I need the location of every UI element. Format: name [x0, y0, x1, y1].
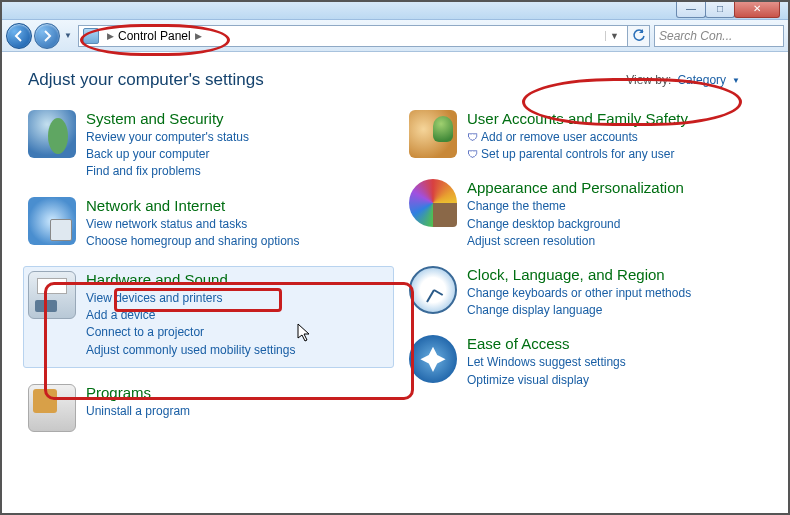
category-appearance: Appearance and PersonalizationChange the… [409, 179, 770, 250]
search-placeholder: Search Con... [659, 29, 732, 43]
task-link[interactable]: Connect to a projector [86, 324, 389, 340]
user-accounts-icon[interactable] [409, 110, 457, 158]
category-title-appearance[interactable]: Appearance and Personalization [467, 179, 684, 196]
task-link[interactable]: Adjust screen resolution [467, 233, 770, 249]
navigation-bar: ▼ ▶ Control Panel ▶ ▼ Search Con... [2, 20, 788, 52]
category-system-security: System and SecurityReview your computer'… [28, 110, 389, 181]
address-bar[interactable]: ▶ Control Panel ▶ ▼ [78, 25, 628, 47]
category-programs: ProgramsUninstall a program [28, 384, 389, 432]
system-security-icon[interactable] [28, 110, 76, 158]
task-link[interactable]: View devices and printers [86, 290, 389, 306]
breadcrumb-item[interactable]: Control Panel [118, 29, 191, 43]
maximize-button[interactable]: □ [705, 0, 735, 18]
task-link[interactable]: Let Windows suggest settings [467, 354, 770, 370]
category-network-internet: Network and InternetView network status … [28, 197, 389, 250]
category-title-ease-of-access[interactable]: Ease of Access [467, 335, 570, 352]
task-link[interactable]: Optimize visual display [467, 372, 770, 388]
category-title-programs[interactable]: Programs [86, 384, 151, 401]
category-title-clock-language-region[interactable]: Clock, Language, and Region [467, 266, 665, 283]
hardware-sound-icon[interactable] [28, 271, 76, 319]
view-by-label: View by: [626, 73, 671, 87]
task-link[interactable]: Set up parental controls for any user [467, 146, 770, 162]
forward-button[interactable] [34, 23, 60, 49]
task-link[interactable]: Change the theme [467, 198, 770, 214]
task-link[interactable]: View network status and tasks [86, 216, 389, 232]
task-link[interactable]: Add or remove user accounts [467, 129, 770, 145]
ease-of-access-icon[interactable] [409, 335, 457, 383]
task-link[interactable]: Adjust commonly used mobility settings [86, 342, 389, 358]
refresh-button[interactable] [628, 25, 650, 47]
category-title-user-accounts[interactable]: User Accounts and Family Safety [467, 110, 688, 127]
task-link[interactable]: Change desktop background [467, 216, 770, 232]
minimize-button[interactable]: — [676, 0, 706, 18]
category-clock-language-region: Clock, Language, and RegionChange keyboa… [409, 266, 770, 319]
task-link[interactable]: Add a device [86, 307, 389, 323]
breadcrumb-sep: ▶ [107, 31, 114, 41]
titlebar: — □ ✕ [2, 2, 788, 20]
clock-language-region-icon[interactable] [409, 266, 457, 314]
search-input[interactable]: Search Con... [654, 25, 784, 47]
task-link[interactable]: Review your computer's status [86, 129, 389, 145]
task-link[interactable]: Change keyboards or other input methods [467, 285, 770, 301]
category-hardware-sound: Hardware and SoundView devices and print… [23, 266, 394, 368]
category-title-hardware-sound[interactable]: Hardware and Sound [86, 271, 228, 288]
category-ease-of-access: Ease of AccessLet Windows suggest settin… [409, 335, 770, 388]
address-history-dropdown[interactable]: ▼ [605, 31, 623, 41]
view-by-value[interactable]: Category [677, 73, 726, 87]
task-link[interactable]: Back up your computer [86, 146, 389, 162]
view-by-control[interactable]: View by: Category ▼ [626, 73, 770, 87]
close-button[interactable]: ✕ [734, 0, 780, 18]
category-title-system-security[interactable]: System and Security [86, 110, 224, 127]
programs-icon[interactable] [28, 384, 76, 432]
network-internet-icon[interactable] [28, 197, 76, 245]
recent-locations-dropdown[interactable]: ▼ [62, 25, 74, 47]
task-link[interactable]: Change display language [467, 302, 770, 318]
breadcrumb-sep[interactable]: ▶ [195, 31, 202, 41]
category-title-network-internet[interactable]: Network and Internet [86, 197, 225, 214]
content-area: Adjust your computer's settings View by:… [2, 52, 788, 513]
back-button[interactable] [6, 23, 32, 49]
task-link[interactable]: Find and fix problems [86, 163, 389, 179]
category-user-accounts: User Accounts and Family SafetyAdd or re… [409, 110, 770, 163]
task-link[interactable]: Uninstall a program [86, 403, 389, 419]
appearance-icon[interactable] [409, 179, 457, 227]
control-panel-icon [83, 28, 99, 44]
page-title: Adjust your computer's settings [28, 70, 264, 90]
task-link[interactable]: Choose homegroup and sharing options [86, 233, 389, 249]
chevron-down-icon: ▼ [732, 76, 740, 85]
